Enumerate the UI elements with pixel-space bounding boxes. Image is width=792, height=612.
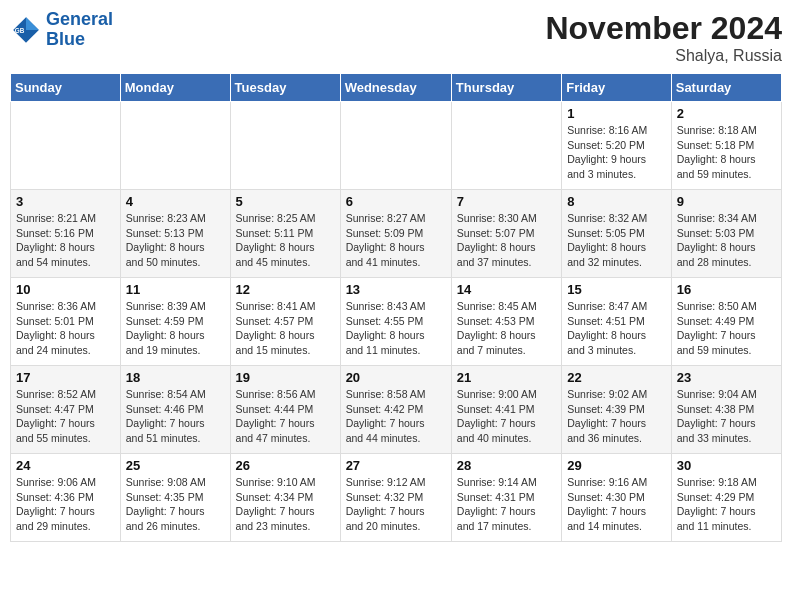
week-row-5: 24Sunrise: 9:06 AM Sunset: 4:36 PM Dayli… <box>11 454 782 542</box>
day-number: 2 <box>677 106 776 121</box>
day-detail: Sunrise: 8:16 AM Sunset: 5:20 PM Dayligh… <box>567 123 666 182</box>
calendar-cell <box>451 102 561 190</box>
day-number: 23 <box>677 370 776 385</box>
day-number: 11 <box>126 282 225 297</box>
header-row: SundayMondayTuesdayWednesdayThursdayFrid… <box>11 74 782 102</box>
calendar-cell <box>11 102 121 190</box>
day-detail: Sunrise: 9:04 AM Sunset: 4:38 PM Dayligh… <box>677 387 776 446</box>
day-detail: Sunrise: 8:58 AM Sunset: 4:42 PM Dayligh… <box>346 387 446 446</box>
day-header-saturday: Saturday <box>671 74 781 102</box>
day-number: 13 <box>346 282 446 297</box>
calendar-cell: 3Sunrise: 8:21 AM Sunset: 5:16 PM Daylig… <box>11 190 121 278</box>
calendar-cell: 21Sunrise: 9:00 AM Sunset: 4:41 PM Dayli… <box>451 366 561 454</box>
day-detail: Sunrise: 9:10 AM Sunset: 4:34 PM Dayligh… <box>236 475 335 534</box>
day-header-sunday: Sunday <box>11 74 121 102</box>
calendar-cell: 11Sunrise: 8:39 AM Sunset: 4:59 PM Dayli… <box>120 278 230 366</box>
week-row-3: 10Sunrise: 8:36 AM Sunset: 5:01 PM Dayli… <box>11 278 782 366</box>
day-number: 29 <box>567 458 666 473</box>
day-detail: Sunrise: 8:52 AM Sunset: 4:47 PM Dayligh… <box>16 387 115 446</box>
calendar-cell: 13Sunrise: 8:43 AM Sunset: 4:55 PM Dayli… <box>340 278 451 366</box>
title-area: November 2024 Shalya, Russia <box>545 10 782 65</box>
day-detail: Sunrise: 8:36 AM Sunset: 5:01 PM Dayligh… <box>16 299 115 358</box>
calendar-cell: 7Sunrise: 8:30 AM Sunset: 5:07 PM Daylig… <box>451 190 561 278</box>
calendar-cell: 14Sunrise: 8:45 AM Sunset: 4:53 PM Dayli… <box>451 278 561 366</box>
day-number: 15 <box>567 282 666 297</box>
day-detail: Sunrise: 8:54 AM Sunset: 4:46 PM Dayligh… <box>126 387 225 446</box>
day-number: 24 <box>16 458 115 473</box>
calendar-cell: 8Sunrise: 8:32 AM Sunset: 5:05 PM Daylig… <box>562 190 672 278</box>
day-number: 20 <box>346 370 446 385</box>
day-detail: Sunrise: 9:06 AM Sunset: 4:36 PM Dayligh… <box>16 475 115 534</box>
calendar-cell <box>340 102 451 190</box>
day-number: 26 <box>236 458 335 473</box>
calendar-cell: 17Sunrise: 8:52 AM Sunset: 4:47 PM Dayli… <box>11 366 121 454</box>
calendar-cell <box>230 102 340 190</box>
week-row-4: 17Sunrise: 8:52 AM Sunset: 4:47 PM Dayli… <box>11 366 782 454</box>
week-row-1: 1Sunrise: 8:16 AM Sunset: 5:20 PM Daylig… <box>11 102 782 190</box>
day-header-monday: Monday <box>120 74 230 102</box>
day-number: 4 <box>126 194 225 209</box>
day-detail: Sunrise: 8:56 AM Sunset: 4:44 PM Dayligh… <box>236 387 335 446</box>
day-header-friday: Friday <box>562 74 672 102</box>
day-detail: Sunrise: 8:30 AM Sunset: 5:07 PM Dayligh… <box>457 211 556 270</box>
calendar-cell: 22Sunrise: 9:02 AM Sunset: 4:39 PM Dayli… <box>562 366 672 454</box>
day-number: 25 <box>126 458 225 473</box>
week-row-2: 3Sunrise: 8:21 AM Sunset: 5:16 PM Daylig… <box>11 190 782 278</box>
calendar-cell: 28Sunrise: 9:14 AM Sunset: 4:31 PM Dayli… <box>451 454 561 542</box>
calendar-cell: 25Sunrise: 9:08 AM Sunset: 4:35 PM Dayli… <box>120 454 230 542</box>
calendar-cell: 23Sunrise: 9:04 AM Sunset: 4:38 PM Dayli… <box>671 366 781 454</box>
day-detail: Sunrise: 8:25 AM Sunset: 5:11 PM Dayligh… <box>236 211 335 270</box>
logo-text: General Blue <box>46 10 113 50</box>
calendar-cell <box>120 102 230 190</box>
calendar-cell: 26Sunrise: 9:10 AM Sunset: 4:34 PM Dayli… <box>230 454 340 542</box>
calendar-cell: 1Sunrise: 8:16 AM Sunset: 5:20 PM Daylig… <box>562 102 672 190</box>
location-title: Shalya, Russia <box>545 47 782 65</box>
calendar-cell: 4Sunrise: 8:23 AM Sunset: 5:13 PM Daylig… <box>120 190 230 278</box>
calendar-cell: 15Sunrise: 8:47 AM Sunset: 4:51 PM Dayli… <box>562 278 672 366</box>
calendar-cell: 16Sunrise: 8:50 AM Sunset: 4:49 PM Dayli… <box>671 278 781 366</box>
day-detail: Sunrise: 9:18 AM Sunset: 4:29 PM Dayligh… <box>677 475 776 534</box>
day-number: 22 <box>567 370 666 385</box>
day-number: 16 <box>677 282 776 297</box>
calendar-cell: 12Sunrise: 8:41 AM Sunset: 4:57 PM Dayli… <box>230 278 340 366</box>
calendar-cell: 2Sunrise: 8:18 AM Sunset: 5:18 PM Daylig… <box>671 102 781 190</box>
calendar-cell: 10Sunrise: 8:36 AM Sunset: 5:01 PM Dayli… <box>11 278 121 366</box>
day-number: 18 <box>126 370 225 385</box>
day-number: 14 <box>457 282 556 297</box>
day-header-tuesday: Tuesday <box>230 74 340 102</box>
calendar-cell: 20Sunrise: 8:58 AM Sunset: 4:42 PM Dayli… <box>340 366 451 454</box>
day-number: 21 <box>457 370 556 385</box>
day-detail: Sunrise: 8:27 AM Sunset: 5:09 PM Dayligh… <box>346 211 446 270</box>
svg-text:GB: GB <box>15 27 25 34</box>
calendar-cell: 18Sunrise: 8:54 AM Sunset: 4:46 PM Dayli… <box>120 366 230 454</box>
day-detail: Sunrise: 9:00 AM Sunset: 4:41 PM Dayligh… <box>457 387 556 446</box>
day-detail: Sunrise: 9:08 AM Sunset: 4:35 PM Dayligh… <box>126 475 225 534</box>
calendar-table: SundayMondayTuesdayWednesdayThursdayFrid… <box>10 73 782 542</box>
day-detail: Sunrise: 9:16 AM Sunset: 4:30 PM Dayligh… <box>567 475 666 534</box>
day-number: 9 <box>677 194 776 209</box>
day-detail: Sunrise: 8:21 AM Sunset: 5:16 PM Dayligh… <box>16 211 115 270</box>
day-detail: Sunrise: 8:23 AM Sunset: 5:13 PM Dayligh… <box>126 211 225 270</box>
logo: GB General Blue <box>10 10 113 50</box>
calendar-cell: 19Sunrise: 8:56 AM Sunset: 4:44 PM Dayli… <box>230 366 340 454</box>
day-number: 3 <box>16 194 115 209</box>
calendar-cell: 24Sunrise: 9:06 AM Sunset: 4:36 PM Dayli… <box>11 454 121 542</box>
day-number: 12 <box>236 282 335 297</box>
logo-icon: GB <box>10 14 42 46</box>
day-number: 7 <box>457 194 556 209</box>
day-detail: Sunrise: 8:47 AM Sunset: 4:51 PM Dayligh… <box>567 299 666 358</box>
day-detail: Sunrise: 8:32 AM Sunset: 5:05 PM Dayligh… <box>567 211 666 270</box>
day-number: 28 <box>457 458 556 473</box>
day-detail: Sunrise: 8:18 AM Sunset: 5:18 PM Dayligh… <box>677 123 776 182</box>
day-number: 30 <box>677 458 776 473</box>
day-number: 19 <box>236 370 335 385</box>
day-detail: Sunrise: 9:02 AM Sunset: 4:39 PM Dayligh… <box>567 387 666 446</box>
day-detail: Sunrise: 9:12 AM Sunset: 4:32 PM Dayligh… <box>346 475 446 534</box>
day-header-thursday: Thursday <box>451 74 561 102</box>
day-number: 17 <box>16 370 115 385</box>
header: GB General Blue November 2024 Shalya, Ru… <box>10 10 782 65</box>
calendar-cell: 29Sunrise: 9:16 AM Sunset: 4:30 PM Dayli… <box>562 454 672 542</box>
day-number: 27 <box>346 458 446 473</box>
svg-marker-1 <box>26 17 39 30</box>
day-number: 5 <box>236 194 335 209</box>
